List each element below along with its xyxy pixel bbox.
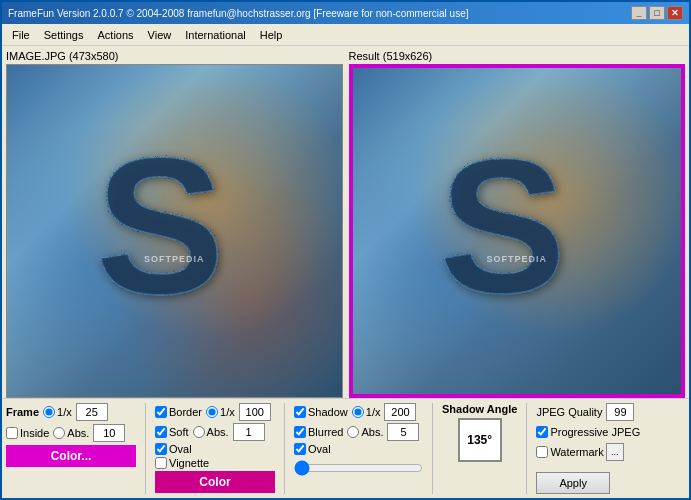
menu-help[interactable]: Help [254, 27, 289, 43]
border-checkbox[interactable] [155, 406, 167, 418]
source-image-wrapper: IMAGE.JPG (473x580) S S [6, 50, 343, 398]
divider-1 [145, 403, 146, 494]
shadow-radio1[interactable] [352, 406, 364, 418]
s-letter-svg: S S [81, 125, 268, 337]
menu-view[interactable]: View [142, 27, 178, 43]
main-window: FrameFun Version 2.0.0.7 © 2004-2008 fra… [0, 0, 691, 500]
images-area: IMAGE.JPG (473x580) S S [2, 46, 689, 398]
jpeg-section: JPEG Quality Progressive JPEG Watermark … [536, 403, 646, 494]
window-title: FrameFun Version 2.0.0.7 © 2004-2008 fra… [8, 8, 469, 19]
shadow-angle-label: Shadow Angle [442, 403, 517, 415]
jpeg-quality-input[interactable] [606, 403, 634, 421]
border-val2-input[interactable] [233, 423, 265, 441]
source-image-bg: S S SOFTPEDIA [7, 65, 342, 397]
result-image-wrapper: Result (519x626) S S [349, 50, 686, 398]
watermark-checkbox[interactable] [536, 446, 548, 458]
color-button-1[interactable]: Color... [6, 445, 136, 467]
shadow-checkbox[interactable] [294, 406, 306, 418]
shadow-radio2[interactable] [347, 426, 359, 438]
frame-radio1[interactable] [43, 406, 55, 418]
svg-text:S: S [95, 125, 225, 334]
frame-section: Frame 1/x Inside Abs. Color... [6, 403, 136, 467]
border-section: Border 1/x Soft Abs. [155, 403, 275, 493]
oval-checkbox-label[interactable]: Oval [155, 443, 192, 455]
angle-value: 135° [467, 433, 492, 447]
border-val1-input[interactable] [239, 403, 271, 421]
shadow-slider[interactable] [294, 461, 423, 475]
shadow-blurred-checkbox[interactable] [294, 426, 306, 438]
close-button[interactable]: ✕ [667, 6, 683, 20]
shadow-radio1-label[interactable]: 1/x [352, 406, 381, 418]
result-s-letter: S S [402, 101, 632, 362]
frame-radio2-label[interactable]: Abs. [53, 427, 89, 439]
bottom-controls: Frame 1/x Inside Abs. Color... [2, 398, 689, 498]
soft-checkbox[interactable] [155, 426, 167, 438]
frame-val2-input[interactable] [93, 424, 125, 442]
result-image-label: Result (519x626) [349, 50, 686, 62]
source-watermark: SOFTPEDIA [144, 254, 205, 264]
soft-checkbox-label[interactable]: Soft [155, 426, 189, 438]
source-image-label: IMAGE.JPG (473x580) [6, 50, 343, 62]
menu-settings[interactable]: Settings [38, 27, 90, 43]
result-image-bg: S S SOFTPEDIA [353, 68, 682, 394]
divider-2 [284, 403, 285, 494]
divider-4 [526, 403, 527, 494]
border-checkbox-label[interactable]: Border [155, 406, 202, 418]
frame-val1-input[interactable] [76, 403, 108, 421]
shadow-section: Shadow 1/x Blurred Abs. [294, 403, 423, 477]
border-radio2-label[interactable]: Abs. [193, 426, 229, 438]
shadow-oval-checkbox[interactable] [294, 443, 306, 455]
minimize-button[interactable]: _ [631, 6, 647, 20]
border-radio1-label[interactable]: 1/x [206, 406, 235, 418]
divider-3 [432, 403, 433, 494]
progressive-jpeg-label[interactable]: Progressive JPEG [536, 426, 646, 438]
watermark-label[interactable]: Watermark [536, 446, 603, 458]
apply-button[interactable]: Apply [536, 472, 610, 494]
result-watermark: SOFTPEDIA [486, 254, 547, 264]
vignette-checkbox[interactable] [155, 457, 167, 469]
menu-bar: File Settings Actions View International… [2, 24, 689, 46]
vignette-checkbox-label[interactable]: Vignette [155, 457, 209, 469]
angle-display: 135° [458, 418, 502, 462]
progressive-jpeg-checkbox[interactable] [536, 426, 548, 438]
svg-text:S: S [439, 127, 567, 333]
shadow-blurred-label[interactable]: Blurred [294, 426, 343, 438]
shadow-val1-input[interactable] [384, 403, 416, 421]
oval-checkbox[interactable] [155, 443, 167, 455]
shadow-checkbox-label[interactable]: Shadow [294, 406, 348, 418]
frame-radio2[interactable] [53, 427, 65, 439]
result-s-letter-svg: S S [425, 127, 609, 336]
shadow-radio2-label[interactable]: Abs. [347, 426, 383, 438]
menu-international[interactable]: International [179, 27, 252, 43]
window-controls: _ □ ✕ [631, 6, 683, 20]
inside-checkbox-label[interactable]: Inside [6, 427, 49, 439]
source-image-canvas: S S SOFTPEDIA [6, 64, 343, 398]
menu-file[interactable]: File [6, 27, 36, 43]
shadow-oval-label[interactable]: Oval [294, 443, 331, 455]
watermark-options-button[interactable]: ... [606, 443, 624, 461]
inside-checkbox[interactable] [6, 427, 18, 439]
border-radio1[interactable] [206, 406, 218, 418]
source-s-letter: S S [57, 98, 291, 364]
shadow-angle-section: Shadow Angle 135° [442, 403, 517, 462]
shadow-val2-input[interactable] [387, 423, 419, 441]
frame-label: Frame [6, 406, 39, 418]
result-image-canvas: S S SOFTPEDIA [349, 64, 686, 398]
menu-actions[interactable]: Actions [91, 27, 139, 43]
maximize-button[interactable]: □ [649, 6, 665, 20]
color-button-2[interactable]: Color [155, 471, 275, 493]
border-radio2[interactable] [193, 426, 205, 438]
frame-radio1-label[interactable]: 1/x [43, 406, 72, 418]
jpeg-quality-label: JPEG Quality [536, 406, 602, 418]
title-bar: FrameFun Version 2.0.0.7 © 2004-2008 fra… [2, 2, 689, 24]
